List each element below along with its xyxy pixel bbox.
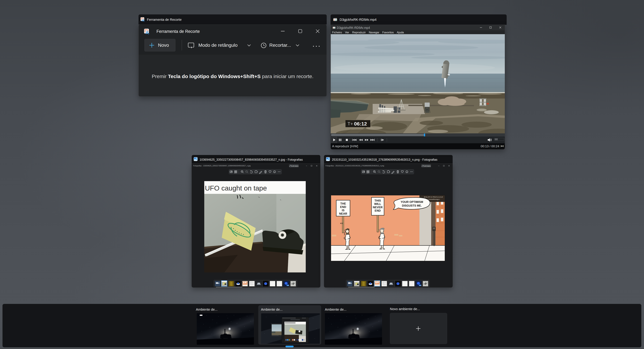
svg-text:0:08: 0:08 [287,285,289,286]
svg-text:rhymeswithorange.c: rhymeswithorange.c [427,199,440,200]
svg-text:YOUR OPTIMISM: YOUR OPTIMISM [401,200,423,203]
svg-text:3: 3 [334,19,334,21]
svg-text:2: 2 [335,19,336,21]
svg-text:3: 3 [333,27,334,29]
svg-text:1: 1 [336,19,337,21]
svg-text:2: 2 [334,27,334,29]
svg-text:<<: << [340,222,343,225]
svg-text:UFO caught on tape: UFO caught on tape [205,184,267,192]
svg-text:06:12: 06:12 [354,121,367,126]
svg-text:END: END [375,209,381,212]
svg-text:1: 1 [334,27,335,29]
svg-text:NEAR: NEAR [339,212,347,215]
svg-text:THIS: THIS [374,199,381,202]
svg-text:IS: IS [342,209,344,212]
svg-text:DISGUSTS ME.: DISGUSTS ME. [402,204,422,207]
svg-text:0:08: 0:08 [419,285,421,286]
svg-text:@HILARY B. PRICE 11-13-20: @HILARY B. PRICE 11-13-20 [424,196,443,198]
svg-text:T+: T+ [348,121,353,126]
svg-text:WILL: WILL [374,202,381,206]
svg-text:NEVER: NEVER [373,206,383,209]
svg-text:END: END [340,205,346,209]
svg-text:THE: THE [340,202,346,205]
